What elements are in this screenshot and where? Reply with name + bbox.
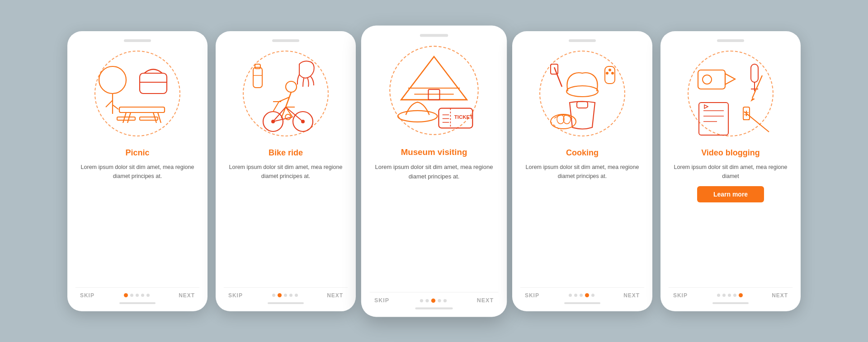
svg-point-50 bbox=[611, 72, 614, 75]
cooking-home-indicator bbox=[564, 302, 600, 304]
svg-line-7 bbox=[123, 112, 126, 123]
bike-dots bbox=[272, 293, 298, 297]
card-cooking: Cooking Lorem ipsum dolor sit dim amet, … bbox=[512, 31, 652, 311]
picnic-svg bbox=[92, 48, 183, 139]
dot-1 bbox=[574, 294, 577, 297]
svg-point-0 bbox=[99, 66, 126, 94]
svg-point-49 bbox=[606, 72, 609, 75]
dot-4 bbox=[146, 294, 150, 297]
dot-2 bbox=[136, 294, 139, 297]
museum-skip[interactable]: SKIP bbox=[374, 297, 389, 304]
illustration-cooking bbox=[533, 44, 632, 143]
museum-svg: TICKET bbox=[387, 43, 481, 137]
bike-bottom: SKIP NEXT bbox=[224, 287, 348, 299]
museum-title: Museum visiting bbox=[401, 146, 467, 157]
dot-3 bbox=[438, 299, 441, 302]
svg-point-30 bbox=[301, 120, 305, 123]
video-body: Lorem ipsum dolor sit dim amet, mea regi… bbox=[669, 163, 793, 181]
dot-4 bbox=[443, 299, 446, 302]
svg-point-31 bbox=[285, 114, 291, 120]
phone-top-cooking bbox=[520, 39, 644, 42]
dot-0 bbox=[272, 294, 275, 297]
svg-rect-51 bbox=[577, 102, 588, 108]
cooking-bottom: SKIP NEXT bbox=[520, 287, 644, 299]
dot-4 bbox=[739, 293, 743, 297]
phone-top-bike bbox=[224, 39, 348, 42]
cooking-next[interactable]: NEXT bbox=[623, 292, 640, 299]
illustration-picnic bbox=[88, 44, 187, 143]
video-title: Video blogging bbox=[701, 148, 760, 158]
svg-line-26 bbox=[273, 102, 279, 112]
picnic-skip[interactable]: SKIP bbox=[80, 292, 94, 299]
video-dots bbox=[717, 293, 743, 297]
dot-1 bbox=[130, 294, 133, 297]
phone-notch bbox=[569, 39, 596, 42]
museum-bottom: SKIP NEXT bbox=[370, 292, 499, 304]
svg-marker-62 bbox=[750, 98, 755, 102]
dot-2 bbox=[580, 294, 583, 297]
card-bike-ride: Bike ride Lorem ipsum dolor sit dim amet… bbox=[216, 31, 356, 311]
picnic-bottom: SKIP NEXT bbox=[75, 287, 199, 299]
card-picnic: Picnic Lorem ipsum dolor sit dim amet, m… bbox=[67, 31, 208, 311]
dot-0 bbox=[569, 294, 572, 297]
bike-body: Lorem ipsum dolor sit dim amet, mea regi… bbox=[224, 163, 348, 181]
dot-2 bbox=[431, 298, 435, 302]
video-next[interactable]: NEXT bbox=[772, 292, 788, 299]
svg-line-10 bbox=[153, 112, 156, 123]
phone-notch bbox=[124, 39, 151, 42]
svg-line-17 bbox=[286, 92, 291, 107]
illustration-bike bbox=[236, 44, 335, 143]
video-svg bbox=[685, 48, 776, 139]
svg-point-48 bbox=[609, 69, 611, 71]
cards-container: Picnic Lorem ipsum dolor sit dim amet, m… bbox=[67, 31, 801, 311]
svg-point-44 bbox=[566, 86, 598, 97]
svg-point-16 bbox=[286, 81, 297, 92]
dot-3 bbox=[289, 294, 292, 297]
learn-more-button[interactable]: Learn more bbox=[697, 186, 764, 202]
svg-text:TICKET: TICKET bbox=[454, 114, 473, 119]
cooking-title: Cooking bbox=[566, 148, 599, 158]
svg-rect-13 bbox=[253, 67, 262, 88]
video-bottom: SKIP NEXT bbox=[669, 287, 793, 299]
dot-4 bbox=[295, 294, 298, 297]
cooking-svg bbox=[537, 48, 627, 139]
svg-point-57 bbox=[703, 75, 712, 84]
cooking-skip[interactable]: SKIP bbox=[525, 292, 539, 299]
phone-notch bbox=[272, 39, 299, 42]
picnic-next[interactable]: NEXT bbox=[179, 292, 195, 299]
museum-next[interactable]: NEXT bbox=[477, 297, 494, 304]
picnic-body: Lorem ipsum dolor sit dim amet, mea regi… bbox=[75, 163, 199, 181]
bike-next[interactable]: NEXT bbox=[327, 292, 343, 299]
svg-rect-11 bbox=[117, 117, 135, 120]
phone-top-video bbox=[669, 39, 793, 42]
svg-rect-4 bbox=[140, 73, 167, 94]
svg-line-3 bbox=[113, 105, 118, 109]
video-skip[interactable]: SKIP bbox=[673, 292, 688, 299]
phone-notch bbox=[717, 39, 744, 42]
picnic-home-indicator bbox=[119, 302, 156, 304]
cooking-dots bbox=[569, 293, 594, 297]
bike-svg bbox=[241, 48, 331, 139]
illustration-video bbox=[681, 44, 780, 143]
dot-0 bbox=[420, 299, 423, 302]
svg-rect-14 bbox=[255, 64, 260, 69]
svg-line-2 bbox=[106, 100, 113, 107]
dot-0 bbox=[717, 294, 720, 297]
dot-3 bbox=[141, 294, 144, 297]
picnic-title: Picnic bbox=[125, 148, 149, 158]
museum-body: Lorem ipsum dolor sit dim amet, mea regi… bbox=[370, 162, 499, 181]
bike-skip[interactable]: SKIP bbox=[228, 292, 243, 299]
svg-line-9 bbox=[127, 112, 131, 123]
svg-rect-58 bbox=[751, 64, 758, 82]
phone-notch bbox=[420, 34, 448, 37]
illustration-museum: TICKET bbox=[382, 38, 486, 142]
svg-point-37 bbox=[398, 110, 437, 122]
svg-rect-63 bbox=[699, 103, 728, 135]
svg-marker-32 bbox=[401, 56, 467, 100]
museum-home-indicator bbox=[415, 307, 453, 309]
dot-1 bbox=[278, 293, 282, 297]
cooking-body: Lorem ipsum dolor sit dim amet, mea regi… bbox=[520, 163, 644, 181]
svg-line-8 bbox=[158, 112, 161, 123]
svg-marker-67 bbox=[704, 105, 708, 108]
card-video-blogging: Video blogging Lorem ipsum dolor sit dim… bbox=[660, 31, 801, 311]
